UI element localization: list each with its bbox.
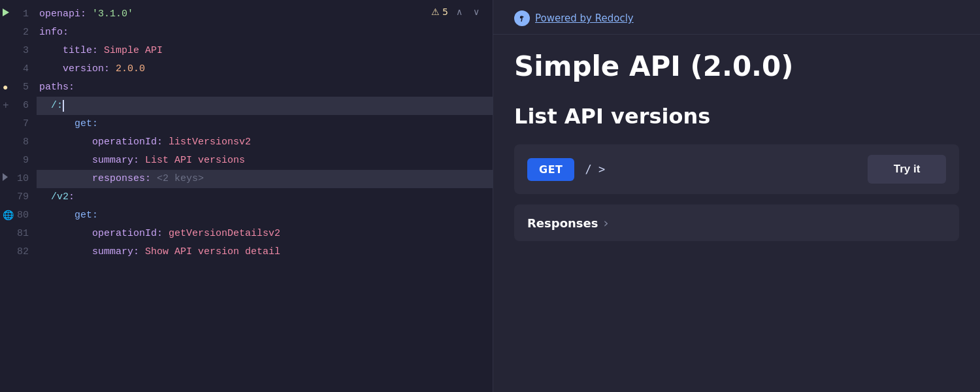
code-token: openapi: [39,5,92,24]
code-line-1: openapi: '3.1.0' [37,5,493,24]
preview-header: Powered by Redocly [493,0,980,35]
code-token: /v2 [51,188,69,206]
code-line-7: get: [37,115,493,133]
line-num-7: 7 [0,115,37,133]
code-token: '3.1.0' [92,5,133,24]
responses-section[interactable]: Responses [514,204,959,241]
code-line-82: summary: Show API version detail [37,243,493,261]
line-num-3: 3 [0,42,37,60]
cursor [63,100,64,112]
line-num-9: 9 [0,152,37,170]
code-token: /: [51,97,63,115]
line-num-6: + 6 [0,97,37,115]
method-badge: GET [527,158,574,181]
api-title: Simple API (2.0.0) [514,50,959,83]
responses-chevron-icon [603,215,608,231]
line-numbers: 1 2 3 4 ● 5 + 6 7 8 9 [0,3,37,392]
code-token: summary: [92,243,145,261]
preview-panel: Powered by Redocly Simple API (2.0.0) Li… [493,0,980,392]
chevron-right-icon [3,170,8,188]
line-num-79: 79 [0,188,37,206]
responses-label: Responses [527,216,598,230]
powered-by-link[interactable]: Powered by Redocly [535,12,634,24]
line-num-8: 8 [0,133,37,152]
code-token: title: [63,42,104,60]
line-num-2: 2 [0,24,37,42]
code-line-3: title: Simple API [37,42,493,60]
line-num-80: 🌐 80 [0,206,37,225]
powered-by: Powered by Redocly [514,10,959,26]
preview-content: Simple API (2.0.0) List API versions GET… [493,35,980,392]
code-token: List API versions [145,152,245,170]
code-token: info: [39,24,69,42]
try-it-button[interactable]: Try it [868,155,946,184]
code-line-9: summary: List API versions [37,152,493,170]
code-line-4: version: 2.0.0 [37,60,493,78]
code-token: : [69,188,74,206]
code-token: get: [74,206,98,225]
line-num-5: ● 5 [0,78,37,97]
warning-badge: ⚠ 5 [431,7,448,17]
endpoint-section-title: List API versions [514,104,959,129]
code-token: Show API version detail [145,243,280,261]
code-token: getVersionDetailsv2 [169,225,280,243]
line-num-10: 10 [0,170,37,188]
code-token: summary: [92,152,145,170]
code-container: 1 2 3 4 ● 5 + 6 7 8 9 [0,0,493,392]
earth-icon: 🌐 [3,206,14,225]
code-line-81: operationId: getVersionDetailsv2 [37,225,493,243]
redocly-icon [514,10,530,26]
nav-up-button[interactable]: ∧ [453,5,465,18]
code-token: version: [63,60,116,78]
code-editor[interactable]: ⚠ 5 ∧ ∨ 1 2 3 4 ● 5 + 6 [0,0,493,392]
code-line-2: info: [37,24,493,42]
code-token: operationId: [92,133,169,152]
endpoint-card: GET / > Try it [514,144,959,194]
plus-icon: + [3,97,9,115]
line-num-81: 81 [0,225,37,243]
code-line-10: responses: <2 keys> [37,170,493,188]
code-token: listVersionsv2 [169,133,251,152]
code-line-5: paths: [37,78,493,97]
play-icon [3,5,9,24]
bulb-icon: ● [3,78,8,97]
line-num-1: 1 [0,5,37,24]
code-line-80: get: [37,206,493,225]
code-token: Simple API [104,42,163,60]
code-token: paths: [39,78,74,97]
endpoint-path: / > [585,163,857,176]
line-num-82: 82 [0,243,37,261]
code-token: 2.0.0 [116,60,145,78]
code-token: responses: [92,170,157,188]
code-token: operationId: [92,225,169,243]
code-token: <2 keys> [157,170,204,188]
code-line-8: operationId: listVersionsv2 [37,133,493,152]
code-line-6: /: [37,97,493,115]
line-num-4: 4 [0,60,37,78]
nav-down-button[interactable]: ∨ [470,5,482,18]
code-lines: openapi: '3.1.0' info: title: Simple API… [37,3,493,392]
editor-toolbar: ⚠ 5 ∧ ∨ [431,5,482,18]
code-token: get: [74,115,98,133]
code-line-79: /v2: [37,188,493,206]
